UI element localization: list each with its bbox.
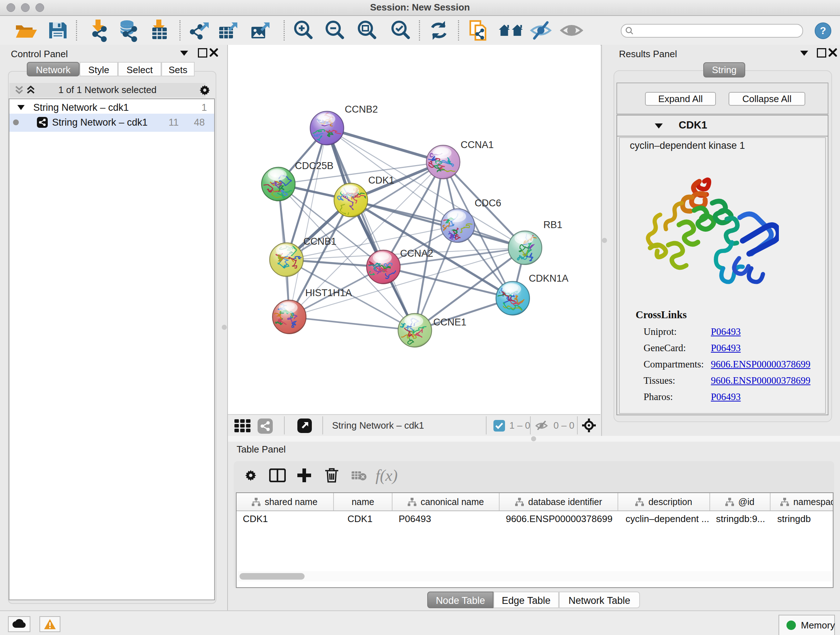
svg-text:CCNA1: CCNA1 <box>461 139 494 150</box>
svg-text:CDC6: CDC6 <box>475 198 501 209</box>
svg-text:CCNA2: CCNA2 <box>400 248 433 259</box>
svg-text:CCNB2: CCNB2 <box>345 104 378 115</box>
svg-text:CDC25B: CDC25B <box>295 160 333 171</box>
svg-text:CCNB1: CCNB1 <box>303 236 337 247</box>
svg-text:RB1: RB1 <box>543 219 562 230</box>
svg-text:CDK1: CDK1 <box>368 175 394 186</box>
svg-text:CDKN1A: CDKN1A <box>529 273 569 284</box>
svg-text:HIST1H1A: HIST1H1A <box>305 287 352 298</box>
svg-text:CCNE1: CCNE1 <box>433 317 467 328</box>
